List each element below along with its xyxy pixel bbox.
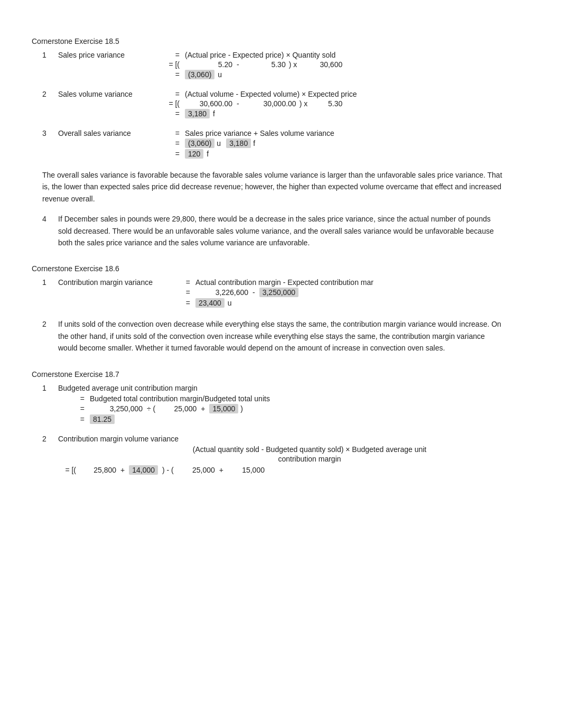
item-4-number: 4 (42, 215, 58, 223)
ex185-paragraph-overall: The overall sales variance is favorable … (42, 169, 507, 205)
item-186-1-eq2: = (174, 288, 195, 297)
item-186-1-op: - (248, 288, 259, 297)
item-2-val1: 30,600.00 (185, 99, 232, 108)
item-187-2-val4: 15,000 (228, 466, 265, 474)
item-4-text: If December sales in pounds were 29,800,… (58, 213, 502, 248)
item-1-sales-price: 1 Sales price variance = (Actual price -… (42, 51, 529, 79)
item-2-op1: - (232, 99, 244, 108)
item-2-header: 2 Sales volume variance = (Actual volume… (42, 90, 529, 98)
item-187-1-eq1: = (58, 394, 90, 403)
exercise-187: Cornerstone Exercise 18.7 1 Budgeted ave… (32, 370, 529, 475)
item-3-eq3: = (164, 150, 185, 158)
item-187-1-row3: = 81.25 (42, 414, 529, 424)
item-1-paren: ) x (286, 60, 301, 69)
item-1-eq1: = (164, 51, 185, 59)
item-3-suffix: f (203, 150, 209, 158)
item-2-label: Sales volume variance (58, 90, 164, 98)
item-2-eq3: = (164, 109, 185, 118)
item-187-2-formula2: contribution margin (90, 455, 529, 463)
item-187-2: 2 Contribution margin volume variance (A… (42, 435, 529, 475)
item-186-1-number: 1 (42, 278, 58, 287)
item-187-2-header: 2 Contribution margin volume variance (42, 435, 529, 443)
item-2-result: 3,180 (185, 109, 210, 118)
item-187-2-op3: + (215, 466, 228, 474)
item-2-eq2: = [( (164, 99, 185, 108)
item-187-2-op1: + (116, 466, 129, 474)
item-187-2-val3: 25,000 (178, 466, 215, 474)
item-1-suffix: u (214, 70, 222, 79)
item-4-block: 4 If December sales in pounds were 29,80… (42, 213, 529, 248)
item-187-1-result: 81.25 (90, 414, 115, 424)
item-186-1-row2: = 3,226,600 - 3,250,000 (42, 288, 529, 297)
item-187-2-op2: ) - ( (158, 466, 178, 474)
item-187-1-header: 1 Budgeted average unit contribution mar… (42, 384, 529, 392)
item-187-1-op2: + (197, 404, 209, 413)
item-187-2-number: 2 (42, 435, 58, 443)
item-2-suffix: f (210, 109, 215, 118)
item-186-1-suffix: u (225, 299, 232, 307)
item-1-val1: 5.20 (185, 60, 232, 69)
item-3-overall-sales: 3 Overall sales variance = Sales price v… (42, 129, 529, 159)
item-3-suf2: f (253, 139, 255, 148)
item-187-1-val1: 3,250,000 (90, 404, 143, 413)
item-186-1-val2: 3,250,000 (259, 288, 298, 297)
exercise-187-title: Cornerstone Exercise 18.7 (32, 370, 529, 379)
item-1-row3: = (3,060) u (42, 70, 529, 79)
item-186-1-eq1: = (174, 278, 195, 287)
item-2-val2: 30,000.00 (244, 99, 296, 108)
item-3-eq2: = (164, 139, 185, 148)
item-3-val2: 3,180 (226, 139, 251, 148)
item-1-eq3: = (164, 70, 185, 79)
item-187-2-val2: 14,000 (129, 465, 158, 475)
item-187-1-label: Budgeted average unit contribution margi… (58, 384, 198, 392)
item-187-1-eq2: = (58, 404, 90, 413)
item-187-2-formula-block: (Actual quantity sold - Budgeted quantit… (90, 445, 529, 463)
exercise-186-title: Cornerstone Exercise 18.6 (32, 264, 529, 273)
item-187-2-row2: = [( 25,800 + 14,000 ) - ( 25,000 + 15,0… (42, 465, 529, 475)
item-186-2-header: 2 If units sold of the convection oven d… (42, 318, 529, 354)
item-1-number: 1 (42, 51, 58, 59)
item-1-op1: - (232, 60, 244, 69)
item-2-paren: ) x (296, 99, 311, 108)
item-2-eq1: = (164, 90, 185, 98)
item-187-1-val2: 25,000 (160, 404, 197, 413)
item-187-1-eq3: = (58, 415, 90, 423)
item-187-1-paren: ) (238, 404, 243, 413)
item-2-row3: = 3,180 f (42, 109, 529, 118)
item-187-2-label: Contribution margin volume variance (58, 435, 179, 443)
item-1-result: (3,060) (185, 70, 214, 79)
item-1-row2: = [( 5.20 - 5.30 ) x 30,600 (42, 60, 529, 69)
item-186-1-eq3: = (174, 299, 195, 307)
item-3-header: 3 Overall sales variance = Sales price v… (42, 129, 529, 137)
item-2-number: 2 (42, 90, 58, 98)
item-186-1-header: 1 Contribution margin variance = Actual … (42, 278, 529, 287)
item-186-1: 1 Contribution margin variance = Actual … (42, 278, 529, 308)
item-1-formula: (Actual price - Expected price) × Quanti… (185, 51, 335, 59)
item-186-2-block: 2 If units sold of the convection oven d… (42, 318, 529, 354)
item-3-label: Overall sales variance (58, 129, 164, 137)
item-186-2-number: 2 (42, 320, 58, 328)
item-3-row3: = 120 f (42, 149, 529, 159)
exercise-186: Cornerstone Exercise 18.6 1 Contribution… (32, 264, 529, 354)
item-1-val3: 30,600 (300, 60, 342, 69)
item-187-1: 1 Budgeted average unit contribution mar… (42, 384, 529, 424)
item-2-row2: = [( 30,600.00 - 30,000.00 ) x 5.30 (42, 99, 529, 108)
item-2-val3: 5.30 (311, 99, 342, 108)
item-186-1-formula: Actual contribution margin - Expected co… (195, 278, 373, 287)
exercise-185-title: Cornerstone Exercise 18.5 (32, 37, 529, 45)
item-1-label: Sales price variance (58, 51, 164, 59)
item-186-1-row3: = 23,400 u (42, 298, 529, 308)
item-187-2-formula1: (Actual quantity sold - Budgeted quantit… (90, 445, 529, 454)
item-1-val2: 5.30 (244, 60, 286, 69)
item-1-eq2: = [( (164, 60, 185, 69)
item-3-number: 3 (42, 129, 58, 137)
item-3-eq1: = (164, 129, 185, 137)
item-187-1-number: 1 (42, 384, 58, 392)
item-4-header: 4 If December sales in pounds were 29,80… (42, 213, 529, 248)
item-187-1-op1: ÷ ( (143, 404, 160, 413)
item-1-header: 1 Sales price variance = (Actual price -… (42, 51, 529, 59)
item-187-1-formula: Budgeted total contribution margin/Budge… (90, 394, 270, 403)
item-187-1-row1: = Budgeted total contribution margin/Bud… (42, 394, 529, 403)
item-187-2-eq: = [( (58, 466, 79, 474)
item-186-1-result: 23,400 (195, 298, 225, 308)
